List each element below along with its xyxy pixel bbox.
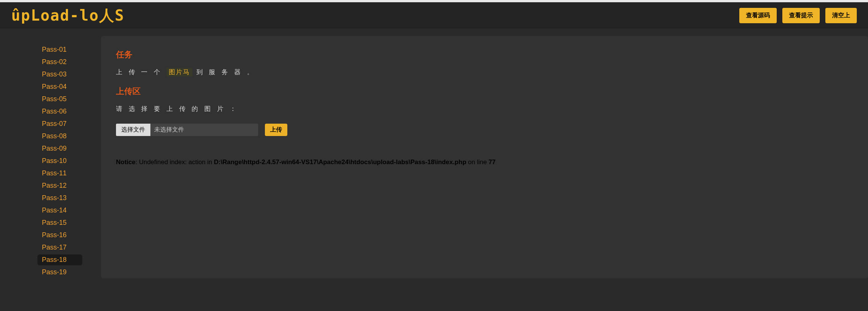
task-suffix: 到 服 务 器 。 xyxy=(196,69,256,76)
file-input[interactable]: 选择文件 未选择文件 xyxy=(116,124,258,136)
sidebar-item-pass-11[interactable]: Pass-11 xyxy=(37,168,82,179)
sidebar-item-pass-7[interactable]: Pass-07 xyxy=(37,118,82,129)
sidebar-item-pass-14[interactable]: Pass-14 xyxy=(37,205,82,216)
sidebar-item-pass-16[interactable]: Pass-16 xyxy=(37,230,82,241)
sidebar-item-pass-5[interactable]: Pass-05 xyxy=(37,94,82,105)
logo: ûpLoad-lo人S xyxy=(11,5,125,26)
task-description: 上 传 一 个 图片马 到 服 务 器 。 xyxy=(116,68,853,76)
task-title: 任务 xyxy=(116,49,853,60)
sidebar-item-pass-2[interactable]: Pass-02 xyxy=(37,57,82,67)
sidebar-item-pass-8[interactable]: Pass-08 xyxy=(37,131,82,142)
php-notice: Notice: Undefined index: action in D:\Ra… xyxy=(116,158,853,166)
sidebar-item-pass-9[interactable]: Pass-09 xyxy=(37,143,82,154)
sidebar-item-pass-12[interactable]: Pass-12 xyxy=(37,180,82,191)
upload-prompt: 请 选 择 要 上 传 的 图 片 ： xyxy=(116,105,853,113)
sidebar-item-pass-13[interactable]: Pass-13 xyxy=(37,193,82,203)
view-source-button[interactable]: 查看源码 xyxy=(739,8,777,23)
upload-title: 上传区 xyxy=(116,86,853,97)
clear-button[interactable]: 清空上 xyxy=(825,8,857,23)
notice-on-line: on line xyxy=(466,158,489,166)
content-panel: 任务 上 传 一 个 图片马 到 服 务 器 。 上传区 请 选 择 要 上 传… xyxy=(101,36,868,278)
sidebar-item-pass-3[interactable]: Pass-03 xyxy=(37,69,82,80)
view-hint-button[interactable]: 查看提示 xyxy=(782,8,820,23)
notice-message: : Undefined index: action in xyxy=(135,158,214,166)
main-layout: Pass-01Pass-02Pass-03Pass-04Pass-05Pass-… xyxy=(0,28,868,278)
header: ûpLoad-lo人S 查看源码 查看提示 清空上 xyxy=(0,2,868,28)
notice-line-number: 77 xyxy=(489,158,496,166)
choose-file-button[interactable]: 选择文件 xyxy=(116,124,150,136)
task-highlight: 图片马 xyxy=(166,68,192,76)
header-buttons: 查看源码 查看提示 清空上 xyxy=(739,8,857,23)
upload-submit-button[interactable]: 上传 xyxy=(265,124,287,136)
upload-row: 选择文件 未选择文件 上传 xyxy=(116,124,853,136)
task-prefix: 上 传 一 个 xyxy=(116,69,162,76)
notice-path: D:\Range\httpd-2.4.57-win64-VS17\Apache2… xyxy=(214,158,467,166)
sidebar-item-pass-19[interactable]: Pass-19 xyxy=(37,267,82,278)
sidebar-item-pass-17[interactable]: Pass-17 xyxy=(37,242,82,253)
sidebar-item-pass-10[interactable]: Pass-10 xyxy=(37,156,82,166)
sidebar-item-pass-6[interactable]: Pass-06 xyxy=(37,106,82,117)
sidebar-item-pass-4[interactable]: Pass-04 xyxy=(37,81,82,92)
notice-label: Notice xyxy=(116,158,135,166)
file-status-text: 未选择文件 xyxy=(150,124,258,136)
sidebar: Pass-01Pass-02Pass-03Pass-04Pass-05Pass-… xyxy=(0,36,97,278)
sidebar-item-pass-1[interactable]: Pass-01 xyxy=(37,44,82,55)
sidebar-item-pass-15[interactable]: Pass-15 xyxy=(37,217,82,228)
sidebar-item-pass-18[interactable]: Pass-18 xyxy=(37,254,82,265)
